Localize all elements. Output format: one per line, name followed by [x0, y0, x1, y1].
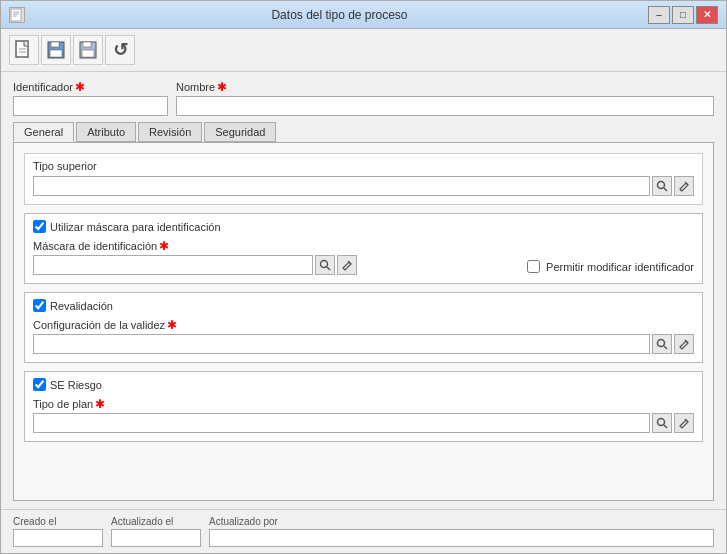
save-button[interactable] — [41, 35, 71, 65]
actualizado-por-input[interactable] — [209, 529, 714, 547]
actualizado-el-group: Actualizado el — [111, 516, 201, 547]
svg-rect-0 — [11, 9, 21, 21]
mascara-field: Máscara de identificación ✱ — [33, 239, 515, 275]
svg-line-14 — [664, 188, 667, 191]
nombre-label: Nombre ✱ — [176, 80, 714, 94]
tab-seguridad[interactable]: Seguridad — [204, 122, 276, 142]
svg-point-17 — [321, 261, 328, 268]
mascara-input[interactable] — [33, 255, 313, 275]
creado-el-input[interactable] — [13, 529, 103, 547]
tab-atributo[interactable]: Atributo — [76, 122, 136, 142]
revalidacion-section: Revalidación Configuración de la validez… — [24, 292, 703, 363]
svg-rect-9 — [50, 50, 62, 57]
svg-point-13 — [658, 182, 665, 189]
close-button[interactable]: ✕ — [696, 6, 718, 24]
tipo-superior-input[interactable] — [33, 176, 650, 196]
tipo-superior-search-button[interactable] — [652, 176, 672, 196]
config-validez-input[interactable] — [33, 334, 650, 354]
tipo-plan-field: Tipo de plan ✱ — [33, 397, 694, 433]
minimize-button[interactable]: – — [648, 6, 670, 24]
se-riesgo-section: SE Riesgo Tipo de plan ✱ — [24, 371, 703, 442]
tab-content-general: Tipo superior — [13, 143, 714, 501]
tipo-plan-edit-button[interactable] — [674, 413, 694, 433]
tipo-plan-label: Tipo de plan ✱ — [33, 397, 694, 411]
mascara-input-row — [33, 255, 515, 275]
revalidacion-checkbox-label[interactable]: Revalidación — [33, 299, 113, 312]
nombre-group: Nombre ✱ — [176, 80, 714, 116]
mask-checkbox-label[interactable]: Utilizar máscara para identificación — [33, 220, 221, 233]
mascara-search-button[interactable] — [315, 255, 335, 275]
refresh-button[interactable]: ↺ — [105, 35, 135, 65]
svg-line-18 — [327, 267, 330, 270]
spacer — [24, 450, 703, 490]
config-validez-field: Configuración de la validez ✱ — [33, 318, 694, 354]
tipo-superior-input-row — [33, 176, 694, 196]
config-validez-search-button[interactable] — [652, 334, 672, 354]
save-as-button[interactable] — [73, 35, 103, 65]
creado-el-label: Creado el — [13, 516, 103, 527]
form-area: Identificador ✱ Nombre ✱ General Atribut… — [1, 72, 726, 509]
tabs: General Atributo Revisión Seguridad — [13, 122, 714, 143]
svg-point-20 — [658, 340, 665, 347]
mask-checkbox[interactable] — [33, 220, 46, 233]
mask-section: Utilizar máscara para identificación Más… — [24, 213, 703, 284]
svg-rect-12 — [82, 50, 94, 57]
nombre-required: ✱ — [217, 80, 227, 94]
id-name-row: Identificador ✱ Nombre ✱ — [13, 80, 714, 116]
nombre-input[interactable] — [176, 96, 714, 116]
tipo-superior-label: Tipo superior — [33, 160, 694, 172]
identificador-input[interactable] — [13, 96, 168, 116]
actualizado-por-label: Actualizado por — [209, 516, 714, 527]
config-validez-label: Configuración de la validez ✱ — [33, 318, 694, 332]
svg-rect-11 — [83, 42, 91, 47]
revalidacion-checkbox[interactable] — [33, 299, 46, 312]
config-validez-edit-button[interactable] — [674, 334, 694, 354]
window-title: Datos del tipo de proceso — [31, 8, 648, 22]
identificador-label: Identificador ✱ — [13, 80, 168, 94]
tab-revision[interactable]: Revisión — [138, 122, 202, 142]
mascara-edit-button[interactable] — [337, 255, 357, 275]
creado-el-group: Creado el — [13, 516, 103, 547]
title-bar: Datos del tipo de proceso – □ ✕ — [1, 1, 726, 29]
config-validez-input-row — [33, 334, 694, 354]
actualizado-el-input[interactable] — [111, 529, 201, 547]
revalidacion-checkbox-row: Revalidación — [33, 299, 694, 312]
svg-rect-8 — [51, 42, 59, 47]
tab-general[interactable]: General — [13, 122, 74, 142]
window-controls: – □ ✕ — [648, 6, 718, 24]
svg-point-23 — [658, 419, 665, 426]
mask-checkbox-row: Utilizar máscara para identificación — [33, 220, 694, 233]
tipo-plan-required: ✱ — [95, 397, 105, 411]
mascara-label: Máscara de identificación ✱ — [33, 239, 515, 253]
maximize-button[interactable]: □ — [672, 6, 694, 24]
actualizado-el-label: Actualizado el — [111, 516, 201, 527]
tipo-plan-input[interactable] — [33, 413, 650, 433]
tipo-superior-edit-button[interactable] — [674, 176, 694, 196]
identificador-group: Identificador ✱ — [13, 80, 168, 116]
tipo-plan-search-button[interactable] — [652, 413, 672, 433]
identificador-required: ✱ — [75, 80, 85, 94]
new-button[interactable] — [9, 35, 39, 65]
svg-line-24 — [664, 425, 667, 428]
permitir-checkbox[interactable] — [527, 260, 540, 273]
window-icon — [9, 7, 25, 23]
se-riesgo-checkbox[interactable] — [33, 378, 46, 391]
mascara-required: ✱ — [159, 239, 169, 253]
actualizado-por-group: Actualizado por — [209, 516, 714, 547]
config-validez-required: ✱ — [167, 318, 177, 332]
permitir-row: Permitir modificar identificador — [527, 260, 694, 275]
se-riesgo-checkbox-row: SE Riesgo — [33, 378, 694, 391]
se-riesgo-checkbox-label[interactable]: SE Riesgo — [33, 378, 102, 391]
tipo-superior-section: Tipo superior — [24, 153, 703, 205]
toolbar: ↺ — [1, 29, 726, 72]
tipo-plan-input-row — [33, 413, 694, 433]
main-window: Datos del tipo de proceso – □ ✕ — [0, 0, 727, 554]
svg-line-21 — [664, 346, 667, 349]
bottom-bar: Creado el Actualizado el Actualizado por — [1, 509, 726, 553]
